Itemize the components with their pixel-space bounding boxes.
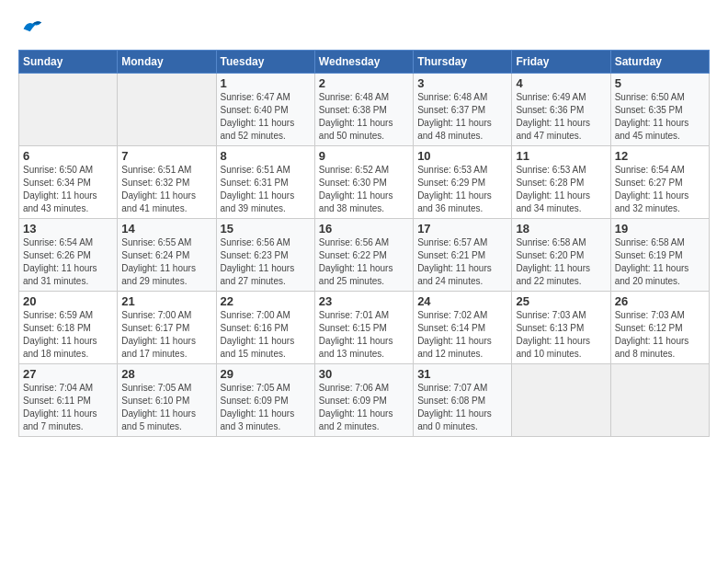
day-number: 30 <box>319 367 409 381</box>
day-cell: 25Sunrise: 7:03 AM Sunset: 6:13 PM Dayli… <box>512 292 610 364</box>
day-info: Sunrise: 6:56 AM Sunset: 6:23 PM Dayligh… <box>221 236 311 288</box>
day-number: 19 <box>615 222 705 236</box>
day-cell <box>512 364 610 437</box>
day-cell: 16Sunrise: 6:56 AM Sunset: 6:22 PM Dayli… <box>314 219 413 292</box>
day-info: Sunrise: 6:54 AM Sunset: 6:27 PM Dayligh… <box>615 164 705 215</box>
day-number: 1 <box>221 76 311 90</box>
day-info: Sunrise: 6:48 AM Sunset: 6:37 PM Dayligh… <box>417 91 507 143</box>
week-row-5: 27Sunrise: 7:04 AM Sunset: 6:11 PM Dayli… <box>19 364 710 437</box>
day-info: Sunrise: 6:53 AM Sunset: 6:28 PM Dayligh… <box>516 164 606 215</box>
day-number: 22 <box>221 294 311 308</box>
day-number: 28 <box>121 367 211 381</box>
calendar-header: SundayMondayTuesdayWednesdayThursdayFrid… <box>19 51 710 74</box>
day-number: 4 <box>516 76 606 90</box>
header-cell-wednesday: Wednesday <box>314 51 413 74</box>
header-row: SundayMondayTuesdayWednesdayThursdayFrid… <box>19 51 710 74</box>
day-cell: 19Sunrise: 6:58 AM Sunset: 6:19 PM Dayli… <box>610 219 709 292</box>
day-info: Sunrise: 7:02 AM Sunset: 6:14 PM Dayligh… <box>417 309 507 361</box>
day-info: Sunrise: 6:57 AM Sunset: 6:21 PM Dayligh… <box>417 236 507 288</box>
day-info: Sunrise: 6:49 AM Sunset: 6:36 PM Dayligh… <box>516 91 606 143</box>
day-info: Sunrise: 7:06 AM Sunset: 6:09 PM Dayligh… <box>319 382 409 433</box>
day-number: 9 <box>319 149 409 163</box>
day-cell: 7Sunrise: 6:51 AM Sunset: 6:32 PM Daylig… <box>118 146 216 219</box>
day-info: Sunrise: 6:50 AM Sunset: 6:34 PM Dayligh… <box>23 164 113 215</box>
day-number: 18 <box>516 222 606 236</box>
day-info: Sunrise: 6:58 AM Sunset: 6:19 PM Dayligh… <box>615 236 705 288</box>
day-number: 29 <box>221 367 311 381</box>
logo <box>18 15 48 40</box>
day-cell: 18Sunrise: 6:58 AM Sunset: 6:20 PM Dayli… <box>512 219 610 292</box>
logo-icon <box>18 15 44 40</box>
day-cell: 6Sunrise: 6:50 AM Sunset: 6:34 PM Daylig… <box>19 146 118 219</box>
week-row-3: 13Sunrise: 6:54 AM Sunset: 6:26 PM Dayli… <box>19 219 710 292</box>
page-header <box>18 15 710 40</box>
day-cell: 10Sunrise: 6:53 AM Sunset: 6:29 PM Dayli… <box>414 146 512 219</box>
day-cell: 2Sunrise: 6:48 AM Sunset: 6:38 PM Daylig… <box>314 74 413 146</box>
header-cell-saturday: Saturday <box>610 51 709 74</box>
day-number: 5 <box>615 76 705 90</box>
day-number: 13 <box>23 222 113 236</box>
day-cell: 26Sunrise: 7:03 AM Sunset: 6:12 PM Dayli… <box>610 292 709 364</box>
day-cell: 30Sunrise: 7:06 AM Sunset: 6:09 PM Dayli… <box>314 364 413 437</box>
day-cell: 8Sunrise: 6:51 AM Sunset: 6:31 PM Daylig… <box>216 146 314 219</box>
day-cell: 23Sunrise: 7:01 AM Sunset: 6:15 PM Dayli… <box>314 292 413 364</box>
day-number: 3 <box>417 76 507 90</box>
day-info: Sunrise: 6:50 AM Sunset: 6:35 PM Dayligh… <box>615 91 705 143</box>
day-number: 17 <box>417 222 507 236</box>
day-cell: 9Sunrise: 6:52 AM Sunset: 6:30 PM Daylig… <box>314 146 413 219</box>
day-info: Sunrise: 6:51 AM Sunset: 6:31 PM Dayligh… <box>221 164 311 215</box>
day-cell: 27Sunrise: 7:04 AM Sunset: 6:11 PM Dayli… <box>19 364 118 437</box>
day-cell: 3Sunrise: 6:48 AM Sunset: 6:37 PM Daylig… <box>414 74 512 146</box>
day-info: Sunrise: 6:47 AM Sunset: 6:40 PM Dayligh… <box>221 91 311 143</box>
day-info: Sunrise: 7:03 AM Sunset: 6:13 PM Dayligh… <box>516 309 606 361</box>
header-cell-friday: Friday <box>512 51 610 74</box>
day-number: 10 <box>417 149 507 163</box>
day-cell: 13Sunrise: 6:54 AM Sunset: 6:26 PM Dayli… <box>19 219 118 292</box>
day-info: Sunrise: 6:48 AM Sunset: 6:38 PM Dayligh… <box>319 91 409 143</box>
day-info: Sunrise: 6:53 AM Sunset: 6:29 PM Dayligh… <box>417 164 507 215</box>
calendar-body: 1Sunrise: 6:47 AM Sunset: 6:40 PM Daylig… <box>19 74 710 437</box>
day-cell: 4Sunrise: 6:49 AM Sunset: 6:36 PM Daylig… <box>512 74 610 146</box>
header-cell-thursday: Thursday <box>414 51 512 74</box>
day-info: Sunrise: 7:00 AM Sunset: 6:16 PM Dayligh… <box>221 309 311 361</box>
day-cell: 20Sunrise: 6:59 AM Sunset: 6:18 PM Dayli… <box>19 292 118 364</box>
day-info: Sunrise: 7:05 AM Sunset: 6:09 PM Dayligh… <box>221 382 311 433</box>
day-cell: 24Sunrise: 7:02 AM Sunset: 6:14 PM Dayli… <box>414 292 512 364</box>
day-cell <box>118 74 216 146</box>
day-number: 27 <box>23 367 113 381</box>
day-number: 2 <box>319 76 409 90</box>
day-cell: 21Sunrise: 7:00 AM Sunset: 6:17 PM Dayli… <box>118 292 216 364</box>
day-info: Sunrise: 7:01 AM Sunset: 6:15 PM Dayligh… <box>319 309 409 361</box>
day-cell: 15Sunrise: 6:56 AM Sunset: 6:23 PM Dayli… <box>216 219 314 292</box>
day-info: Sunrise: 7:04 AM Sunset: 6:11 PM Dayligh… <box>23 382 113 433</box>
day-info: Sunrise: 7:00 AM Sunset: 6:17 PM Dayligh… <box>121 309 211 361</box>
day-number: 8 <box>221 149 311 163</box>
day-info: Sunrise: 6:54 AM Sunset: 6:26 PM Dayligh… <box>23 236 113 288</box>
header-cell-tuesday: Tuesday <box>216 51 314 74</box>
day-info: Sunrise: 7:05 AM Sunset: 6:10 PM Dayligh… <box>121 382 211 433</box>
day-info: Sunrise: 6:55 AM Sunset: 6:24 PM Dayligh… <box>121 236 211 288</box>
week-row-4: 20Sunrise: 6:59 AM Sunset: 6:18 PM Dayli… <box>19 292 710 364</box>
day-number: 23 <box>319 294 409 308</box>
day-number: 11 <box>516 149 606 163</box>
day-info: Sunrise: 6:51 AM Sunset: 6:32 PM Dayligh… <box>121 164 211 215</box>
day-cell: 31Sunrise: 7:07 AM Sunset: 6:08 PM Dayli… <box>414 364 512 437</box>
day-cell: 29Sunrise: 7:05 AM Sunset: 6:09 PM Dayli… <box>216 364 314 437</box>
day-number: 26 <box>615 294 705 308</box>
day-number: 25 <box>516 294 606 308</box>
day-cell: 5Sunrise: 6:50 AM Sunset: 6:35 PM Daylig… <box>610 74 709 146</box>
day-info: Sunrise: 6:59 AM Sunset: 6:18 PM Dayligh… <box>23 309 113 361</box>
day-cell: 14Sunrise: 6:55 AM Sunset: 6:24 PM Dayli… <box>118 219 216 292</box>
calendar-table: SundayMondayTuesdayWednesdayThursdayFrid… <box>18 50 710 437</box>
week-row-2: 6Sunrise: 6:50 AM Sunset: 6:34 PM Daylig… <box>19 146 710 219</box>
day-number: 7 <box>121 149 211 163</box>
day-cell: 17Sunrise: 6:57 AM Sunset: 6:21 PM Dayli… <box>414 219 512 292</box>
day-number: 21 <box>121 294 211 308</box>
day-info: Sunrise: 6:58 AM Sunset: 6:20 PM Dayligh… <box>516 236 606 288</box>
day-info: Sunrise: 6:52 AM Sunset: 6:30 PM Dayligh… <box>319 164 409 215</box>
day-cell: 11Sunrise: 6:53 AM Sunset: 6:28 PM Dayli… <box>512 146 610 219</box>
week-row-1: 1Sunrise: 6:47 AM Sunset: 6:40 PM Daylig… <box>19 74 710 146</box>
day-info: Sunrise: 7:03 AM Sunset: 6:12 PM Dayligh… <box>615 309 705 361</box>
day-info: Sunrise: 7:07 AM Sunset: 6:08 PM Dayligh… <box>417 382 507 433</box>
day-cell <box>610 364 709 437</box>
